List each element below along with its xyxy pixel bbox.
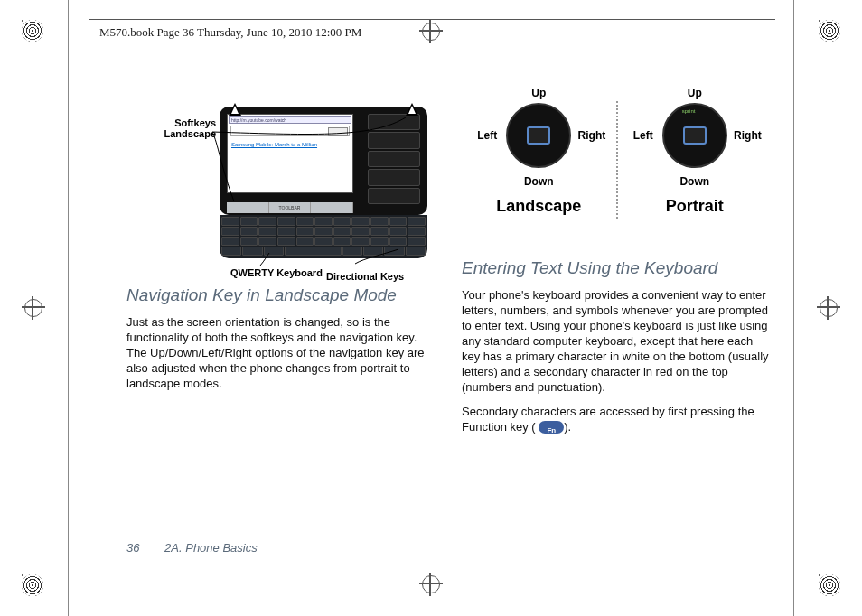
entering-text-para1: Your phone's keyboard provides a conveni…: [462, 287, 772, 395]
section-title: 2A. Phone Basics: [164, 541, 258, 555]
label-right: Right: [734, 129, 762, 142]
label-right: Right: [578, 129, 606, 142]
mode-landscape-label: Landscape: [496, 197, 581, 216]
dpad-icon: [506, 103, 571, 168]
crosshair-icon: [22, 296, 45, 320]
para2-post: ).: [564, 420, 571, 434]
crosshair-icon: [419, 573, 443, 596]
dpad-landscape: Up Down Left Right Landscape: [462, 98, 616, 216]
crop-mark-icon: [819, 20, 840, 42]
crop-mark-icon: [22, 20, 43, 42]
trim-line: [793, 0, 794, 616]
label-down: Down: [524, 175, 554, 188]
left-column: http://m.youtube.com/watch Samsung Mobil…: [126, 98, 436, 535]
label-left: Left: [477, 129, 497, 142]
label-left: Left: [633, 129, 653, 142]
crosshair-icon: [817, 296, 840, 320]
label-up: Up: [531, 87, 546, 99]
mode-portrait-label: Portrait: [666, 197, 724, 216]
para2-pre: Secondary characters are accessed by fir…: [462, 405, 754, 434]
nav-key-para: Just as the screen orientation is change…: [126, 314, 436, 391]
page-header: M570.book Page 36 Thursday, June 10, 201…: [99, 25, 361, 40]
phone-figure: http://m.youtube.com/watch Samsung Mobil…: [156, 98, 436, 260]
crop-mark-icon: [22, 574, 43, 596]
entering-text-para2: Secondary characters are accessed by fir…: [462, 404, 772, 434]
page-footer: 36 2A. Phone Basics: [126, 541, 258, 555]
label-down: Down: [679, 175, 709, 188]
entering-text-heading: Entering Text Using the Keyboard: [462, 258, 772, 278]
nav-key-heading: Navigation Key in Landscape Mode: [126, 285, 436, 305]
dpad-diagrams: Up Down Left Right Landscape sprint Up D…: [462, 98, 772, 233]
page-content: http://m.youtube.com/watch Samsung Mobil…: [126, 98, 772, 535]
callout-lines: [156, 98, 436, 287]
label-up: Up: [688, 87, 702, 99]
crop-mark-icon: [819, 574, 840, 596]
right-column: Up Down Left Right Landscape sprint Up D…: [462, 98, 772, 535]
trim-line: [68, 0, 69, 616]
dpad-portrait: sprint Up Down Left Right Portrait: [618, 98, 773, 216]
fn-key-icon: [539, 421, 564, 434]
page-number: 36: [126, 541, 139, 555]
dpad-icon: sprint: [662, 103, 727, 168]
